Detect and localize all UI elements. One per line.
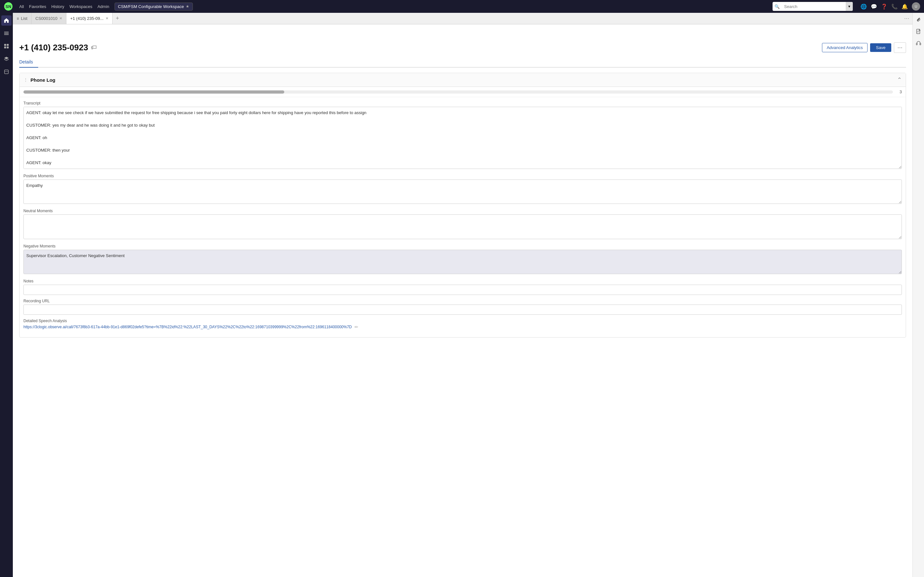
- workspace-star-icon[interactable]: ★: [186, 4, 189, 9]
- phone-icon[interactable]: 📞: [891, 3, 898, 10]
- tab-list[interactable]: ≡ List: [13, 13, 31, 24]
- form-section: Transcript Positive Moments Neutral Mome…: [19, 97, 906, 337]
- search-magnifier-icon: 🔍: [772, 4, 782, 9]
- nav-all[interactable]: All: [19, 4, 24, 9]
- svg-rect-7: [4, 47, 6, 48]
- notes-label: Notes: [23, 279, 902, 284]
- svg-rect-12: [920, 43, 921, 45]
- headphone-icon[interactable]: [914, 39, 923, 47]
- nav-admin[interactable]: Admin: [97, 4, 110, 9]
- more-actions-button[interactable]: ⋯: [894, 42, 906, 53]
- negative-moments-textarea[interactable]: [23, 250, 902, 274]
- nav-history[interactable]: History: [51, 4, 64, 9]
- help-icon[interactable]: ❓: [881, 3, 887, 10]
- neutral-moments-label: Neutral Moments: [23, 209, 902, 213]
- section-title: Phone Log: [31, 77, 895, 83]
- servicenow-logo: SN: [4, 2, 14, 11]
- top-navigation: SN All Favorites History Workspaces Admi…: [0, 0, 924, 13]
- tab-list-label: List: [21, 16, 27, 21]
- section-collapse-icon[interactable]: ⌃: [897, 76, 902, 83]
- workspace-selector[interactable]: CSM/FSM Configurable Workspace ★: [115, 3, 193, 11]
- sidebar-layers-icon[interactable]: [1, 54, 11, 64]
- user-avatar[interactable]: U: [912, 2, 920, 11]
- search-container: 🔍 ▾: [772, 2, 853, 11]
- progress-value: 3: [895, 89, 902, 94]
- tab-details[interactable]: Details: [19, 57, 38, 68]
- tab-cs0001010-label: CS0001010: [35, 16, 57, 21]
- nav-workspaces[interactable]: Workspaces: [69, 4, 92, 9]
- page-header: +1 (410) 235-0923 🏷 Advanced Analytics S…: [19, 42, 906, 53]
- progress-row: 3: [19, 87, 906, 97]
- page-title-text: +1 (410) 235-0923: [19, 43, 88, 53]
- speech-analysis-edit-icon[interactable]: ✏: [355, 324, 359, 330]
- save-button[interactable]: Save: [870, 43, 891, 52]
- neutral-moments-field: Neutral Moments: [23, 209, 902, 240]
- negative-moments-field: Negative Moments: [23, 244, 902, 276]
- speech-analysis-link-row: https://3clogic.observe.ai/call/7673f8b3…: [23, 324, 902, 330]
- notification-icon[interactable]: 🔔: [901, 3, 908, 10]
- tab-add-button[interactable]: +: [113, 13, 123, 24]
- sidebar-home-icon[interactable]: [1, 15, 11, 26]
- tab-phone-close[interactable]: ✕: [105, 16, 108, 21]
- search-input[interactable]: [782, 2, 846, 11]
- advanced-analytics-button[interactable]: Advanced Analytics: [822, 43, 868, 52]
- notes-field: Notes: [23, 279, 902, 295]
- workspace-label: CSM/FSM Configurable Workspace: [118, 4, 184, 9]
- sidebar-box-icon[interactable]: [1, 67, 11, 77]
- positive-moments-field: Positive Moments: [23, 174, 902, 205]
- globe-icon[interactable]: 🌐: [861, 3, 867, 10]
- recording-url-input[interactable]: [23, 305, 902, 315]
- section-header: ⋮ Phone Log ⌃: [19, 73, 906, 87]
- speech-analysis-link[interactable]: https://3clogic.observe.ai/call/7673f8b3…: [23, 325, 352, 329]
- search-dropdown-btn[interactable]: ▾: [846, 2, 853, 11]
- left-sidebar: [0, 13, 13, 577]
- topnav-links: All Favorites History Workspaces Admin: [19, 4, 110, 9]
- list-icon: ≡: [17, 16, 19, 21]
- nav-favorites[interactable]: Favorites: [29, 4, 46, 9]
- transcript-textarea[interactable]: [23, 107, 902, 169]
- sidebar-grid-icon[interactable]: [1, 41, 11, 51]
- tab-cs0001010[interactable]: CS0001010 ✕: [31, 13, 66, 24]
- tag-icon[interactable]: 🏷: [91, 44, 97, 51]
- positive-moments-textarea[interactable]: [23, 179, 902, 204]
- svg-rect-2: [4, 32, 9, 32]
- svg-rect-6: [7, 44, 9, 46]
- attachment-icon[interactable]: [914, 15, 923, 24]
- main-content: +1 (410) 235-0923 🏷 Advanced Analytics S…: [13, 37, 913, 577]
- svg-rect-5: [4, 44, 6, 46]
- notes-input[interactable]: [23, 285, 902, 295]
- chat-icon[interactable]: 💬: [871, 3, 877, 10]
- page-tabs: Details: [19, 57, 906, 68]
- topnav-utility-icons: 🌐 💬 ❓ 📞 🔔 U: [861, 2, 920, 11]
- detailed-speech-analysis-label: Detailed Speech Analysis: [23, 319, 902, 323]
- tab-phone-label: +1 (410) 235-09...: [70, 16, 103, 21]
- header-actions: Advanced Analytics Save ⋯: [822, 42, 906, 53]
- phone-log-section: ⋮ Phone Log ⌃ 3 Transcript Positive Mome…: [19, 73, 906, 338]
- negative-moments-label: Negative Moments: [23, 244, 902, 248]
- tab-overflow-button[interactable]: ⋯: [901, 15, 913, 21]
- svg-text:SN: SN: [5, 4, 11, 9]
- drag-handle-icon[interactable]: ⋮: [23, 77, 28, 82]
- svg-rect-3: [4, 33, 9, 34]
- positive-moments-label: Positive Moments: [23, 174, 902, 178]
- document-icon[interactable]: [914, 27, 923, 36]
- tab-phone[interactable]: +1 (410) 235-09... ✕: [66, 13, 113, 24]
- right-sidebar: [913, 13, 924, 577]
- progress-bar: [23, 90, 893, 93]
- transcript-field: Transcript: [23, 101, 902, 170]
- detailed-speech-analysis-field: Detailed Speech Analysis https://3clogic…: [23, 319, 902, 330]
- tab-bar: ≡ List CS0001010 ✕ +1 (410) 235-09... ✕ …: [13, 13, 913, 24]
- sidebar-menu-icon[interactable]: [1, 28, 11, 39]
- tab-cs0001010-close[interactable]: ✕: [59, 16, 62, 21]
- recording-url-field: Recording URL: [23, 299, 902, 315]
- progress-bar-fill: [23, 90, 284, 93]
- page-title-area: +1 (410) 235-0923 🏷: [19, 43, 822, 53]
- transcript-label: Transcript: [23, 101, 902, 105]
- recording-url-label: Recording URL: [23, 299, 902, 303]
- svg-rect-8: [7, 47, 9, 48]
- svg-rect-9: [5, 70, 8, 74]
- svg-rect-4: [4, 34, 9, 35]
- svg-rect-11: [916, 43, 917, 45]
- neutral-moments-textarea[interactable]: [23, 214, 902, 239]
